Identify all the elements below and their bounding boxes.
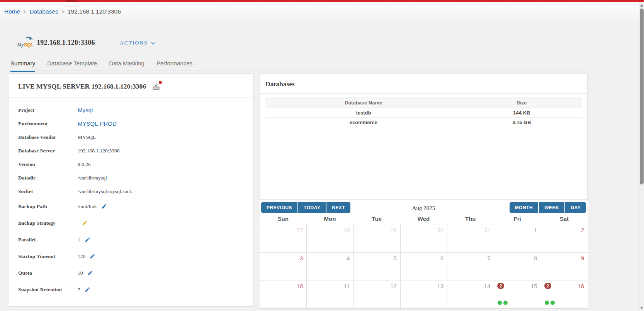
event-count-badge[interactable]: 2	[544, 283, 551, 289]
field-row-snapshot-retention: Snapshot Retention7	[18, 281, 245, 298]
day-number: 15	[531, 283, 537, 289]
event-dot-icon[interactable]	[551, 301, 555, 305]
event-dot-icon[interactable]	[498, 301, 502, 305]
week-view-button[interactable]: WEEK	[539, 202, 564, 213]
calendar-week-row: 272829303112	[260, 224, 588, 252]
field-value-backup-path: /mnt/link	[78, 203, 97, 210]
database-name-cell: ecommerce	[265, 118, 462, 127]
chevron-down-icon	[151, 40, 155, 44]
field-row-startup-timeout: Startup Timeout120	[18, 248, 245, 265]
breadcrumb-home-link[interactable]: Home	[4, 8, 20, 15]
breadcrumb-databases-link[interactable]: Databases	[30, 8, 58, 15]
event-count-badge[interactable]: 2	[497, 283, 504, 289]
calendar-cell-10[interactable]: 10	[260, 280, 306, 308]
calendar-cell-1[interactable]: 1	[494, 224, 540, 252]
calendar-cell-13[interactable]: 13	[400, 280, 447, 308]
mysql-logo-icon: MySQL	[17, 36, 34, 49]
day-number: 2	[581, 227, 584, 233]
field-row-environment: EnvironmentMYSQL-PROD	[18, 117, 245, 130]
scrollbar-up-arrow[interactable]	[640, 4, 643, 7]
field-row-database-vendor: Database VendorMYSQL	[18, 130, 245, 144]
calendar-cell-5[interactable]: 5	[353, 253, 400, 280]
day-number: 27	[297, 227, 303, 233]
field-row-quota: Quota10	[18, 265, 245, 281]
edit-pencil-icon[interactable]	[101, 203, 107, 209]
calendar-cell-3[interactable]: 3	[260, 253, 306, 280]
edit-pencil-icon[interactable]	[87, 270, 93, 276]
day-number: 29	[390, 227, 397, 233]
top-loading-bar-segment	[66, 0, 77, 2]
day-view-button[interactable]: DAY	[565, 202, 586, 213]
calendar-cell-16[interactable]: 216	[541, 280, 588, 308]
edit-pencil-icon[interactable]	[85, 237, 90, 243]
field-label: Database Vendor	[18, 134, 78, 140]
field-row-project: ProjectMysql	[18, 103, 245, 117]
top-loading-bar	[0, 0, 644, 2]
card-divider	[260, 93, 587, 94]
edit-pencil-icon[interactable]	[90, 253, 95, 259]
import-tray-icon[interactable]	[151, 82, 161, 91]
calendar-cell-7[interactable]: 7	[447, 253, 494, 280]
table-row[interactable]: ecommerce3.15 GB	[265, 118, 582, 127]
previous-button[interactable]: PREVIOUS	[261, 202, 297, 213]
calendar-cell-4[interactable]: 4	[306, 253, 353, 280]
field-row-socket: Socket/var/lib/mysql/mysql.sock	[18, 185, 245, 198]
actions-label: ACTIONS	[120, 40, 148, 46]
calendar-cell-29[interactable]: 29	[353, 224, 400, 252]
field-value-socket: /var/lib/mysql/mysql.sock	[78, 188, 132, 195]
svg-text:MySQL: MySQL	[17, 42, 33, 48]
scrollbar-down-arrow[interactable]	[640, 307, 643, 309]
day-number: 12	[390, 283, 397, 289]
backup-calendar: PREVIOUS TODAY NEXT Aug 2025 MONTH WEEK …	[260, 200, 588, 309]
database-size-cell: 3.15 GB	[462, 118, 582, 127]
calendar-day-headers: SunMonTueWedThuFriSat	[260, 213, 588, 224]
field-value-parallel: 1	[78, 237, 80, 243]
today-button[interactable]: TODAY	[298, 202, 326, 213]
next-button[interactable]: NEXT	[326, 202, 350, 213]
day-header-mon: Mon	[306, 215, 353, 222]
event-dot-icon[interactable]	[545, 301, 549, 305]
breadcrumb-separator: >	[20, 9, 29, 15]
field-value-environment[interactable]: MYSQL-PROD	[78, 120, 117, 127]
field-row-version: Version8.0.26	[18, 157, 245, 171]
calendar-cell-9[interactable]: 9	[541, 253, 588, 280]
month-view-button[interactable]: MONTH	[510, 202, 539, 213]
scrollbar-thumb[interactable]	[640, 9, 644, 185]
field-row-parallel: Parallel1	[18, 231, 245, 248]
day-header-thu: Thu	[447, 215, 494, 222]
day-number: 3	[300, 255, 303, 261]
edit-pencil-icon[interactable]	[85, 287, 90, 292]
day-number: 5	[394, 255, 397, 261]
event-dot-icon[interactable]	[503, 301, 508, 305]
table-row[interactable]: testdb144 KB	[265, 108, 582, 118]
calendar-grid: 27282930311234567891011121314215216	[260, 224, 588, 309]
calendar-cell-30[interactable]: 30	[400, 224, 447, 252]
calendar-cell-14[interactable]: 14	[447, 280, 494, 308]
day-header-fri: Fri	[494, 215, 540, 222]
calendar-cell-31[interactable]: 31	[447, 224, 494, 252]
actions-dropdown-button[interactable]: ACTIONS	[120, 40, 154, 46]
field-value-project[interactable]: Mysql	[78, 107, 93, 113]
field-label: Backup Strategy	[18, 220, 78, 226]
breadcrumb-separator: >	[58, 9, 68, 15]
field-label: Socket	[18, 188, 78, 195]
day-header-sat: Sat	[541, 215, 588, 222]
calendar-cell-28[interactable]: 28	[306, 224, 353, 252]
field-label: Backup Path	[18, 203, 78, 210]
day-number: 4	[347, 255, 350, 261]
calendar-cell-2[interactable]: 2	[541, 224, 588, 252]
field-label: Parallel	[18, 237, 78, 243]
calendar-cell-15[interactable]: 215	[494, 280, 540, 308]
edit-pencil-icon[interactable]	[82, 220, 88, 226]
day-number: 31	[484, 227, 491, 233]
calendar-cell-12[interactable]: 12	[353, 280, 400, 308]
calendar-cell-6[interactable]: 6	[400, 253, 447, 280]
calendar-cell-8[interactable]: 8	[494, 253, 540, 280]
field-value-startup-timeout: 120	[78, 253, 85, 260]
vertical-scrollbar[interactable]	[639, 2, 644, 311]
calendar-cell-11[interactable]: 11	[306, 280, 353, 308]
field-row-datadir: Datadir/var/lib/mysql	[18, 171, 245, 185]
header-divider	[105, 34, 105, 52]
calendar-cell-27[interactable]: 27	[260, 224, 306, 252]
field-value-quota: 10	[78, 270, 83, 276]
